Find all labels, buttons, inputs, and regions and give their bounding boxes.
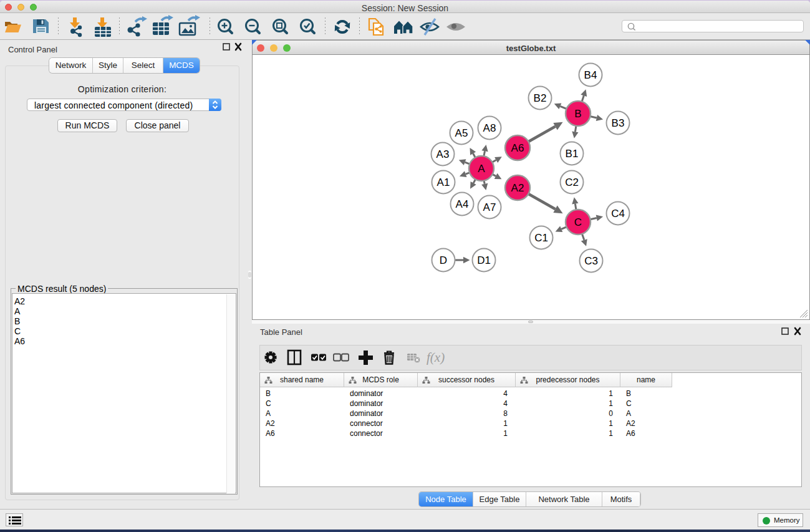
svg-text:D1: D1 bbox=[477, 254, 491, 266]
svg-text:B2: B2 bbox=[534, 92, 547, 104]
svg-text:A7: A7 bbox=[483, 201, 496, 213]
svg-text:A3: A3 bbox=[436, 148, 450, 160]
svg-text:A6: A6 bbox=[511, 142, 524, 154]
svg-text:C2: C2 bbox=[565, 177, 579, 188]
svg-text:f(x): f(x) bbox=[427, 350, 445, 365]
svg-text:A1: A1 bbox=[437, 177, 450, 188]
svg-text:A5: A5 bbox=[455, 127, 468, 139]
svg-text:C1: C1 bbox=[534, 232, 548, 244]
svg-text:A2: A2 bbox=[511, 182, 524, 194]
svg-text:A4: A4 bbox=[456, 198, 469, 210]
svg-text:C3: C3 bbox=[584, 255, 598, 267]
svg-text:C4: C4 bbox=[611, 208, 625, 220]
svg-text:A: A bbox=[478, 163, 485, 175]
svg-text:A8: A8 bbox=[483, 122, 496, 134]
svg-text:B1: B1 bbox=[566, 148, 579, 160]
svg-text:D: D bbox=[440, 254, 447, 266]
svg-text:C: C bbox=[574, 216, 582, 228]
svg-text:B4: B4 bbox=[584, 69, 597, 81]
svg-text:B: B bbox=[574, 108, 581, 120]
svg-text:B3: B3 bbox=[612, 117, 625, 129]
